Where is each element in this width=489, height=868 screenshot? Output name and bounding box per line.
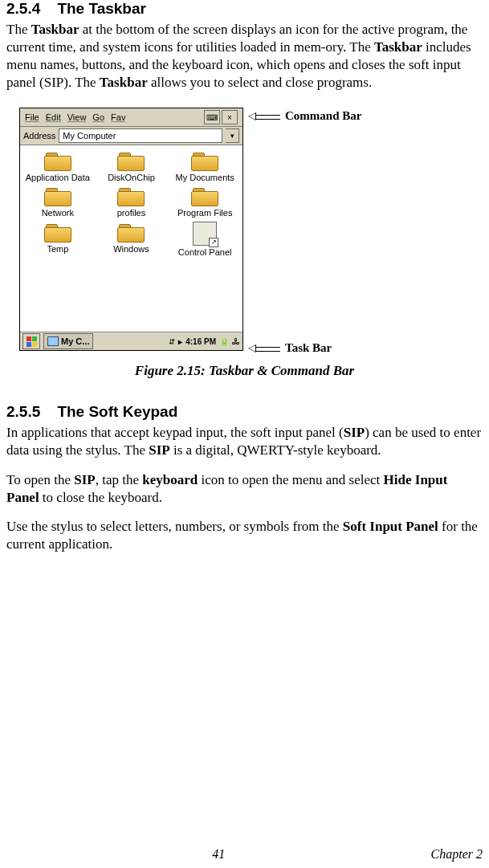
windows-logo-icon <box>26 336 37 347</box>
section-title: The Soft Keypad <box>57 403 177 420</box>
keyboard-icon[interactable]: ⌨ <box>204 110 220 124</box>
heading-255: 2.5.5 The Soft Keypad <box>6 403 483 421</box>
tray-icon[interactable]: ⇵ <box>169 337 175 346</box>
desktop-item[interactable]: DiskOnChip <box>96 150 168 182</box>
section-number: 2.5.5 <box>6 403 40 420</box>
desktop-item[interactable]: Program Files <box>169 185 241 218</box>
folder-icon <box>191 150 218 171</box>
page-footer: 41 Chapter 2 <box>6 847 483 862</box>
icon-label: Network <box>42 208 74 218</box>
tray-network-icon[interactable]: 🖧 <box>232 337 240 346</box>
icon-label: Windows <box>113 244 149 254</box>
icon-label: profiles <box>117 208 145 218</box>
paragraph-254: The Taskbar at the bottom of the screen … <box>6 21 483 92</box>
icon-label: DiskOnChip <box>108 173 155 182</box>
icon-label: Program Files <box>177 208 232 218</box>
paragraph-255a: In applications that accept keypad input… <box>6 424 483 459</box>
desktop-item[interactable]: profiles <box>96 185 168 218</box>
folder-icon <box>44 150 71 171</box>
arrow-left-icon <box>248 112 280 120</box>
icon-label: Application Data <box>26 173 90 182</box>
icon-label: My Documents <box>175 173 234 182</box>
arrow-left-icon <box>248 344 280 352</box>
paragraph-255b: To open the SIP, tap the keyboard icon t… <box>6 471 483 507</box>
menu-view[interactable]: View <box>67 112 87 122</box>
desktop-item[interactable]: Control Panel <box>169 222 241 257</box>
menu-fav[interactable]: Fav <box>111 112 125 122</box>
system-tray: ⇵ ▸ 4:16 PM 🔋 🖧 <box>169 337 240 346</box>
annotation-command-bar: Command Bar <box>248 109 361 123</box>
section-title: The Taskbar <box>57 0 146 17</box>
tray-arrow-icon[interactable]: ▸ <box>178 337 182 346</box>
menu-go[interactable]: Go <box>92 112 104 122</box>
task-bar: My C... ⇵ ▸ 4:16 PM 🔋 🖧 <box>20 332 242 350</box>
section-number: 2.5.4 <box>6 0 40 17</box>
icon-label: Temp <box>47 244 68 254</box>
icon-label: Control Panel <box>178 247 232 257</box>
folder-icon <box>191 185 218 206</box>
folder-icon <box>44 222 71 242</box>
desktop-item[interactable]: Windows <box>96 222 168 257</box>
icon-grid: Application DataDiskOnChipMy DocumentsNe… <box>20 145 242 332</box>
close-icon[interactable]: × <box>222 110 238 124</box>
folder-icon <box>117 150 145 171</box>
folder-icon <box>117 185 145 206</box>
address-bar: Address My Computer ▾ <box>20 127 242 145</box>
desktop-item[interactable]: Temp <box>22 222 94 257</box>
address-label: Address <box>23 131 55 141</box>
command-bar: File Edit View Go Fav ⌨ × <box>20 108 242 127</box>
start-button[interactable] <box>22 333 40 349</box>
chapter-label: Chapter 2 <box>431 847 483 862</box>
desktop-item[interactable]: Application Data <box>22 150 94 182</box>
folder-icon <box>44 185 71 206</box>
address-dropdown[interactable]: ▾ <box>226 128 239 143</box>
desktop-item[interactable]: My Documents <box>169 150 241 182</box>
paragraph-255c: Use the stylus to select letters, number… <box>6 518 483 553</box>
clock[interactable]: 4:16 PM <box>185 337 216 346</box>
address-input[interactable]: My Computer <box>59 128 222 143</box>
taskbar-button[interactable]: My C... <box>43 333 93 349</box>
heading-254: 2.5.4 The Taskbar <box>6 0 483 18</box>
figure-caption: Figure 2.15: Taskbar & Command Bar <box>6 363 483 379</box>
annotation-task-bar: Task Bar <box>248 341 361 355</box>
annotations: Command Bar Task Bar <box>248 108 361 357</box>
figure-row: File Edit View Go Fav ⌨ × Address My Com… <box>19 108 483 357</box>
control-panel-icon <box>193 222 217 246</box>
page-number: 41 <box>212 847 225 862</box>
folder-icon <box>117 222 145 242</box>
menu-edit[interactable]: Edit <box>46 112 61 122</box>
desktop-item[interactable]: Network <box>22 185 94 218</box>
screenshot: File Edit View Go Fav ⌨ × Address My Com… <box>19 108 243 351</box>
menu-file[interactable]: File <box>25 112 39 122</box>
tray-battery-icon[interactable]: 🔋 <box>219 337 229 346</box>
computer-icon <box>47 336 59 346</box>
